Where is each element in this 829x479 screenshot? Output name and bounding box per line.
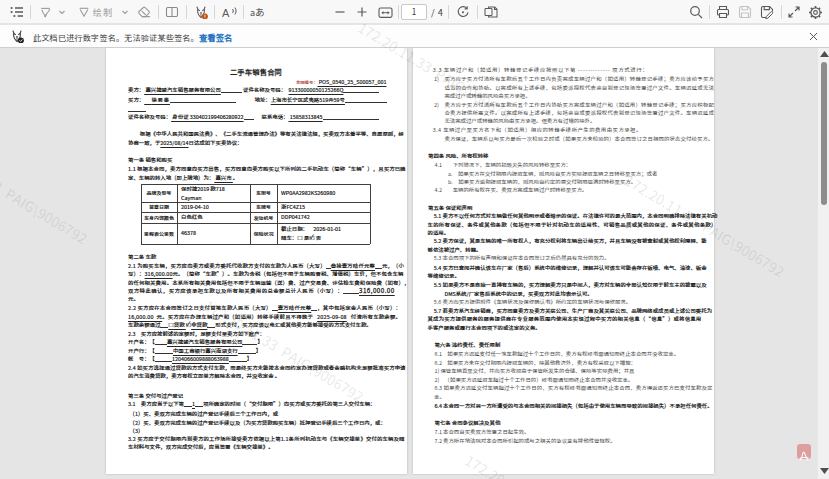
svg-text:A: A xyxy=(222,7,230,19)
